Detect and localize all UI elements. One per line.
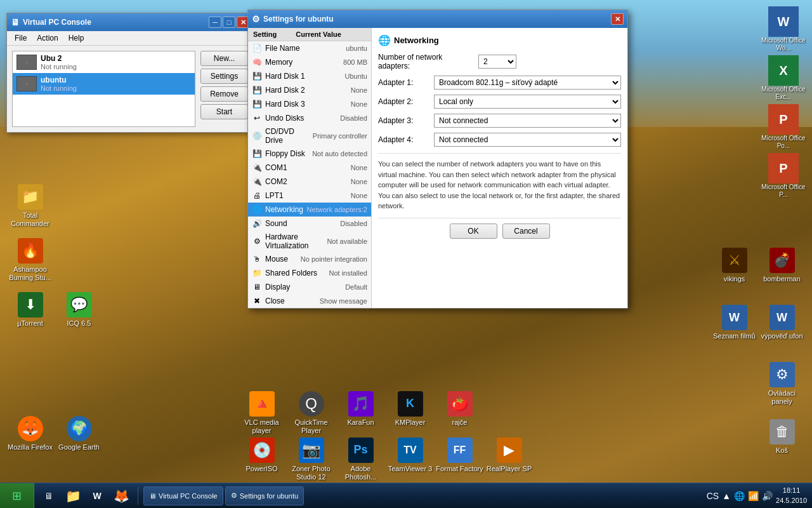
desktop-icon-firefox[interactable]: 🦊 Mozilla Firefox <box>6 416 54 451</box>
desktop-icon-label: Google Earth <box>58 443 100 451</box>
taskbar-icon-show-desktop[interactable]: 🖥 <box>37 485 60 507</box>
settings-row-com2[interactable]: 🔌 COM2 None <box>248 175 371 189</box>
taskbar-app-settings-label: Settings for ubuntu <box>240 492 298 500</box>
net-adapter-count-row: Number of network adapters: 2 1 3 4 <box>378 53 621 70</box>
settings-row-sound[interactable]: 🔊 Sound Disabled <box>248 217 371 231</box>
vpc-new-button[interactable]: New... <box>200 51 248 66</box>
desktop-icon-karafun[interactable]: 🎵 KaraFun <box>337 391 384 435</box>
net-adapter3-select[interactable]: Not connected Local only <box>434 114 621 128</box>
desktop-icon-teamviewer[interactable]: TV TeamViewer 3 <box>386 438 434 481</box>
vpc-window-controls: ─ □ ✕ <box>209 17 249 28</box>
vpc-maximize-button[interactable]: □ <box>223 17 235 28</box>
net-adapter-count-select[interactable]: 2 1 3 4 <box>478 55 516 69</box>
desktop-icon-ovladaci[interactable]: ⚙ Ovládací panely <box>758 362 806 406</box>
desktop-icon-ashampoo[interactable]: 🔥 Ashampoo Burning Stu... <box>6 238 54 282</box>
settings-row-hdd1[interactable]: 💾 Hard Disk 1 Ubuntu <box>248 69 371 83</box>
vpc-remove-button[interactable]: Remove <box>200 86 248 102</box>
vpc-settings-button[interactable]: Settings <box>200 69 248 84</box>
desktop-icon-realplayer[interactable]: ▶ RealPlayer SP <box>485 438 533 481</box>
net-adapter4-select[interactable]: Not connected Local only <box>434 133 621 147</box>
net-adapter1-row: Adapter 1: Broadcom 802.11g – síťový ada… <box>378 76 621 90</box>
net-cancel-button[interactable]: Cancel <box>502 224 550 239</box>
desktop-icon-rajce[interactable]: 🍅 rajče <box>436 391 483 435</box>
taskbar-system-tray: CS ▲ 🌐 📶 🔊 18:11 24.5.2010 <box>702 483 812 509</box>
settings-row-networking[interactable]: 🌐 Networking Network adapters:2 <box>248 203 371 217</box>
settings-row-close[interactable]: ✖ Close Show message <box>248 294 371 308</box>
taskbar-tray-network[interactable]: 🌐 <box>734 491 745 501</box>
desktop-icon-quicktime[interactable]: Q QuickTime Player <box>287 391 335 435</box>
settings-row-hdd2[interactable]: 💾 Hard Disk 2 None <box>248 83 371 97</box>
settings-row-memory[interactable]: 🧠 Memory 800 MB <box>248 55 371 69</box>
vpc-vm-ubuntu[interactable]: ▫ ubuntu Not running <box>13 73 195 95</box>
settings-titlebar: ⚙ Settings for ubuntu ✕ <box>248 10 627 28</box>
desktop-icon-vypoved[interactable]: W výpověď ufon <box>758 305 806 340</box>
desktop-icon-utorrent[interactable]: ⬇ µTorrent <box>6 292 54 328</box>
net-adapter2-select[interactable]: Local only Not connected <box>434 95 621 109</box>
desktop-icon-icq[interactable]: 💬 ICQ 6.5 <box>55 292 103 328</box>
taskbar-app-vpc[interactable]: 🖥 Virtual PC Console <box>143 486 223 505</box>
desktop-icon-kos[interactable]: 🗑 Koš <box>758 419 806 455</box>
settings-title-text: Settings for ubuntu <box>263 15 611 23</box>
settings-row-floppy[interactable]: 💾 Floppy Disk Not auto detected <box>248 147 371 161</box>
desktop-icon-seznam-filmu[interactable]: W Seznam filmů <box>710 305 758 340</box>
taskbar-icon-firefox[interactable]: 🦊 <box>110 485 133 507</box>
vpc-vm-ubu2[interactable]: ▫ Ubu 2 Not running <box>13 51 195 73</box>
taskbar-tray-volume[interactable]: 🔊 <box>762 491 773 501</box>
desktop: 📁 Total Commander 🔥 Ashampoo Burning Stu… <box>0 0 812 508</box>
taskbar-tray-arrow-up[interactable]: ▲ <box>722 491 731 501</box>
desktop-icon-bomberman[interactable]: 💣 bomberman <box>758 248 806 283</box>
settings-row-display[interactable]: 🖥 Display Default <box>248 280 371 294</box>
desktop-icon-label: Ashampoo Burning Stu... <box>6 265 54 282</box>
settings-row-filename[interactable]: 📄 File Name ubuntu <box>248 41 371 55</box>
net-adapter3-label: Adapter 3: <box>378 116 429 125</box>
vpc-menu-help[interactable]: Help <box>63 32 89 44</box>
desktop-icon-word[interactable]: W Microsoft Office Wo... <box>761 6 806 52</box>
settings-row-cddvd[interactable]: 💿 CD/DVD Drive Primary controller <box>248 125 371 147</box>
settings-row-undo[interactable]: ↩ Undo Disks Disabled <box>248 111 371 125</box>
desktop-icon-vlc[interactable]: 🔺 VLC media player <box>238 391 285 435</box>
vm-status: Not running <box>41 63 77 70</box>
desktop-icon-office-p[interactable]: P Microsoft Office P... <box>761 153 806 199</box>
vpc-menubar: File Action Help <box>7 31 253 46</box>
vm-thumbnail: ▫ <box>16 55 37 70</box>
settings-row-com1[interactable]: 🔌 COM1 None <box>248 161 371 175</box>
desktop-icon-vikings[interactable]: ⚔ vikings <box>710 248 758 283</box>
vpc-menu-file[interactable]: File <box>10 32 32 44</box>
net-adapter2-row: Adapter 2: Local only Not connected <box>378 95 621 109</box>
vpc-vm-list: ▫ Ubu 2 Not running ▫ ubuntu Not running <box>12 51 195 127</box>
settings-row-shared-folders[interactable]: 📁 Shared Folders Not installed <box>248 266 371 280</box>
net-adapter1-select[interactable]: Broadcom 802.11g – síťový adapté <box>434 76 621 90</box>
desktop-icon-photoshop[interactable]: Ps Adobe Photosh... <box>337 438 384 481</box>
desktop-icon-label: Total Commander <box>6 211 54 228</box>
settings-row-lpt1[interactable]: 🖨 LPT1 None <box>248 189 371 203</box>
taskbar-tray-cs[interactable]: CS <box>707 491 719 501</box>
taskbar-icon-folder[interactable]: 📁 <box>62 485 84 507</box>
vpc-minimize-button[interactable]: ─ <box>209 17 221 28</box>
settings-row-hwvirt[interactable]: ⚙ Hardware Virtualization Not available <box>248 231 371 252</box>
desktop-icon-powerpoint[interactable]: P Microsoft Office Po... <box>761 104 806 150</box>
start-button[interactable]: ⊞ <box>0 483 34 509</box>
desktop-icon-excel[interactable]: X Microsoft Office Exc... <box>761 55 806 101</box>
taskbar-tray-signal[interactable]: 📶 <box>748 491 759 501</box>
vpc-title-text: Virtual PC Console <box>23 18 209 27</box>
taskbar-app-settings[interactable]: ⚙ Settings for ubuntu <box>225 486 304 505</box>
taskbar-app-vpc-icon: 🖥 <box>149 492 156 500</box>
vpc-start-button[interactable]: Start <box>200 104 248 119</box>
vpc-content: ▫ Ubu 2 Not running ▫ ubuntu Not running… <box>7 46 253 132</box>
settings-window: ⚙ Settings for ubuntu ✕ Setting Current … <box>247 10 628 309</box>
vpc-menu-action[interactable]: Action <box>32 32 63 44</box>
taskbar-date: 24.5.2010 <box>776 496 807 505</box>
settings-row-hdd3[interactable]: 💾 Hard Disk 3 None <box>248 97 371 111</box>
settings-close-button[interactable]: ✕ <box>611 13 624 25</box>
settings-row-mouse[interactable]: 🖱 Mouse No pointer integration <box>248 252 371 266</box>
desktop-icon-poweriso[interactable]: 💿 PowerISO <box>238 438 285 481</box>
desktop-icon-kmplayer[interactable]: K KMPlayer <box>386 391 434 435</box>
taskbar-icon-word[interactable]: W <box>86 485 108 507</box>
desktop-icon-zoner[interactable]: 📷 Zoner Photo Studio 12 <box>287 438 335 481</box>
desktop-icon-google-earth[interactable]: 🌍 Google Earth <box>55 416 103 451</box>
desktop-icon-total-commander[interactable]: 📁 Total Commander <box>6 184 54 228</box>
taskbar-clock[interactable]: 18:11 24.5.2010 <box>776 486 807 505</box>
net-ok-button[interactable]: OK <box>450 224 497 239</box>
desktop-icon-format-factory[interactable]: FF Format Factory <box>436 438 483 481</box>
networking-icon: 🌐 <box>378 34 391 46</box>
